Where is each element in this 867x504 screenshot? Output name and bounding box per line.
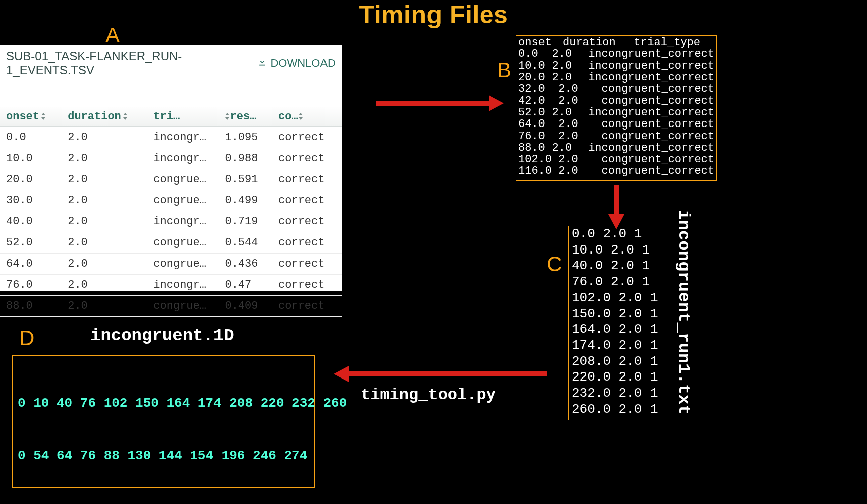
table-row: 0.02.0incongrue…1.095correct (0, 127, 342, 148)
cell-response: 0.499 (219, 190, 272, 211)
cell-duration: 2.0 (62, 275, 147, 296)
cell-trial-type: incongrue… (147, 148, 219, 169)
cell-trial-type: congruent… (147, 169, 219, 190)
val-trial-type: incongruent_correct (588, 48, 714, 60)
cell-duration: 2.0 (62, 169, 147, 190)
arrow-b-to-c (614, 185, 619, 215)
panel-a-tsv-browser: SUB-01_TASK-FLANKER_RUN-1_EVENTS.TSV DOW… (0, 45, 342, 291)
panel-c-filename: incongruent_run1.txt (673, 210, 693, 441)
val-onset: 32.0 (518, 83, 558, 95)
cell-response: 1.095 (219, 127, 272, 148)
col-onset[interactable]: onset (0, 107, 62, 127)
val-onset: 52.0 (518, 107, 552, 118)
three-col-row: 208.0 2.0 1 (572, 354, 663, 370)
cell-duration: 2.0 (62, 190, 147, 211)
table-row: 10.02.0incongrue…0.988correct (0, 148, 342, 169)
val-onset: 102.0 (518, 154, 558, 165)
val-duration: 2.0 (558, 154, 601, 165)
cell-onset: 52.0 (0, 232, 62, 254)
cell-onset: 40.0 (0, 211, 62, 232)
terminal-row: 32.02.0congruent_correct (518, 83, 714, 95)
val-onset: 76.0 (518, 131, 558, 142)
panel-label-d: D (19, 326, 34, 350)
download-label: DOWNLOAD (270, 57, 336, 70)
val-trial-type: congruent_correct (602, 95, 714, 107)
val-trial-type: congruent_correct (602, 118, 714, 130)
cell-correct: correct (272, 254, 342, 275)
panel-label-b: B (497, 58, 511, 82)
events-table-header: onset duration tri… res… co… (0, 107, 342, 127)
arrow-head-icon (489, 95, 504, 111)
cell-onset: 30.0 (0, 190, 62, 211)
sort-icon (121, 110, 128, 123)
cell-correct: correct (272, 148, 342, 169)
cell-trial-type: congruent… (147, 232, 219, 254)
val-trial-type: congruent_correct (602, 154, 714, 165)
val-onset: 88.0 (518, 142, 552, 154)
val-onset: 42.0 (518, 95, 558, 107)
three-col-row: 10.0 2.0 1 (572, 242, 663, 259)
cell-response: 0.436 (219, 254, 272, 275)
cell-duration: 2.0 (62, 296, 147, 317)
val-trial-type: incongruent_correct (588, 72, 714, 83)
cell-onset: 0.0 (0, 127, 62, 148)
terminal-row: 0.02.0incongruent_correct (518, 48, 714, 60)
cell-trial-type: congruent… (147, 296, 219, 317)
terminal-row: 42.02.0congruent_correct (518, 95, 714, 107)
cell-response: 0.544 (219, 232, 272, 254)
table-row: 64.02.0congruent…0.436correct (0, 254, 342, 275)
download-button[interactable]: DOWNLOAD (257, 57, 336, 70)
arrow-a-to-b (376, 101, 489, 106)
val-onset: 64.0 (518, 118, 558, 130)
panel-c-three-col: 0.0 2.0 110.0 2.0 140.0 2.0 176.0 2.0 11… (568, 226, 666, 420)
val-duration: 2.0 (552, 72, 589, 83)
arrow-head-icon (608, 214, 624, 229)
three-col-row: 76.0 2.0 1 (572, 274, 663, 290)
three-col-row: 102.0 2.0 1 (572, 290, 663, 306)
cell-correct: correct (272, 211, 342, 232)
sort-icon (298, 110, 303, 123)
cell-trial-type: congruent… (147, 190, 219, 211)
val-onset: 0.0 (518, 48, 552, 60)
val-duration: 2.0 (558, 165, 601, 177)
val-trial-type: congruent_correct (602, 131, 714, 142)
table-row: 20.02.0congruent…0.591correct (0, 169, 342, 190)
panel-label-c: C (547, 252, 562, 276)
cell-onset: 10.0 (0, 148, 62, 169)
download-icon (257, 57, 267, 70)
cell-correct: correct (272, 127, 342, 148)
cell-correct: correct (272, 296, 342, 317)
col-trial-type[interactable]: tri… (147, 107, 219, 127)
three-col-row: 164.0 2.0 1 (572, 322, 663, 338)
cell-correct: correct (272, 169, 342, 190)
cell-onset: 20.0 (0, 169, 62, 190)
cell-onset: 64.0 (0, 254, 62, 275)
sort-icon (225, 110, 230, 123)
col-response[interactable]: res… (219, 107, 272, 127)
panel-label-a: A (105, 23, 120, 47)
terminal-row: 102.02.0congruent_correct (518, 154, 714, 165)
table-row: 52.02.0congruent…0.544correct (0, 232, 342, 254)
table-row: 88.02.0congruent…0.409correct (0, 296, 342, 317)
cell-trial-type: incongrue… (147, 127, 219, 148)
col-duration[interactable]: duration (62, 107, 147, 127)
terminal-row: 76.02.0congruent_correct (518, 131, 714, 142)
hdr-trial-type: trial_type (634, 37, 700, 48)
cell-duration: 2.0 (62, 148, 147, 169)
onedim-row2: 0 54 64 76 88 130 144 154 196 246 274 (18, 447, 309, 465)
table-row: 30.02.0congruent…0.499correct (0, 190, 342, 211)
val-trial-type: incongruent_correct (588, 142, 714, 154)
three-col-row: 220.0 2.0 1 (572, 369, 663, 386)
col-correct[interactable]: co… (272, 107, 342, 127)
events-table: onset duration tri… res… co… 0.02.0incon… (0, 107, 342, 317)
val-duration: 2.0 (558, 118, 601, 130)
three-col-row: 150.0 2.0 1 (572, 306, 663, 322)
cell-duration: 2.0 (62, 211, 147, 232)
cell-duration: 2.0 (62, 127, 147, 148)
val-duration: 2.0 (552, 142, 589, 154)
cell-trial-type: incongrue… (147, 211, 219, 232)
cell-correct: correct (272, 232, 342, 254)
three-col-row: 260.0 2.0 1 (572, 402, 663, 418)
onedim-row1: 0 10 40 76 102 150 164 174 208 220 232 2… (18, 395, 309, 412)
val-trial-type: incongruent_correct (588, 107, 714, 118)
